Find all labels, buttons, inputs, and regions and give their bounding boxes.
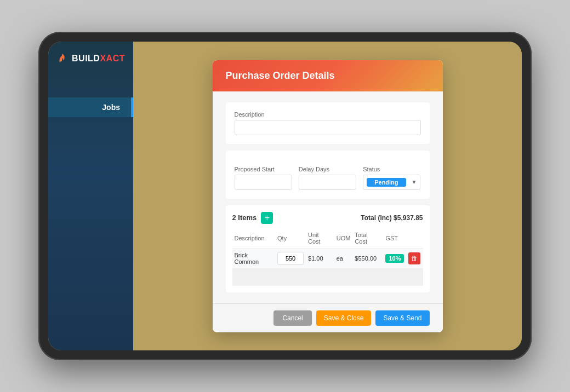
save-close-button[interactable]: Save & Close	[316, 310, 372, 326]
sidebar: BUILDXACT Jobs	[48, 42, 133, 350]
row-total-cost: $550.00	[352, 248, 383, 268]
status-group: Status Pending ▼	[363, 166, 420, 190]
row-description: Brick Common	[232, 248, 276, 268]
col-qty: Qty	[275, 229, 306, 249]
col-actions	[406, 229, 423, 249]
dates-row: Proposed Start Delay Days Status Pendin	[235, 166, 421, 190]
items-table: Description Qty Unit Cost UOM Total Cost…	[232, 229, 423, 286]
qty-input[interactable]	[277, 252, 304, 265]
sidebar-nav: Jobs	[48, 97, 133, 117]
sidebar-item-jobs[interactable]: Jobs	[48, 97, 133, 117]
table-header: Description Qty Unit Cost UOM Total Cost…	[232, 229, 423, 249]
cancel-button[interactable]: Cancel	[273, 310, 311, 326]
delay-days-input[interactable]	[299, 175, 356, 190]
tablet-frame: BUILDXACT Jobs Purchase Order Details	[38, 32, 532, 360]
dialog-header: Purchase Order Details	[213, 60, 443, 91]
empty-row	[232, 268, 423, 286]
logo-text: BUILDXACT	[72, 54, 125, 64]
table-body: Brick Common $1.00 ea $550.00	[232, 248, 423, 286]
proposed-start-group: Proposed Start	[235, 166, 292, 190]
tablet-screen: BUILDXACT Jobs Purchase Order Details	[48, 42, 522, 350]
col-unit-cost: Unit Cost	[306, 229, 334, 249]
table-header-row: Description Qty Unit Cost UOM Total Cost…	[232, 229, 423, 249]
description-input[interactable]	[235, 120, 421, 135]
dialog-footer: Cancel Save & Close Save & Send	[213, 303, 443, 332]
row-gst: 10%	[383, 248, 406, 268]
dialog-title: Purchase Order Details	[226, 70, 430, 82]
gst-badge: 10%	[385, 254, 404, 263]
delete-row-button[interactable]: 🗑	[408, 252, 420, 264]
plus-icon: +	[265, 214, 270, 222]
trash-icon: 🗑	[411, 255, 418, 262]
row-uom: ea	[334, 248, 353, 268]
items-section: 2 Items + Total (Inc) $5,937.85	[226, 205, 430, 292]
pending-badge: Pending	[367, 178, 406, 187]
buildxact-logo-icon	[56, 53, 69, 65]
items-header: 2 Items + Total (Inc) $5,937.85	[232, 212, 423, 224]
logo-area: BUILDXACT	[56, 53, 125, 65]
status-select[interactable]: Pending ▼	[363, 175, 420, 190]
col-uom: UOM	[334, 229, 353, 249]
items-count: 2 Items	[232, 214, 257, 222]
purchase-order-dialog: Purchase Order Details Description Propo…	[213, 60, 443, 332]
description-label: Description	[235, 111, 421, 118]
row-unit-cost: $1.00	[306, 248, 334, 268]
main-content: Purchase Order Details Description Propo…	[133, 42, 522, 350]
description-section: Description	[226, 102, 430, 144]
empty-row-cell	[232, 268, 423, 286]
proposed-start-label: Proposed Start	[235, 166, 292, 172]
row-qty[interactable]	[275, 248, 306, 268]
add-item-button[interactable]: +	[261, 212, 273, 224]
col-total-cost: Total Cost	[352, 229, 383, 249]
status-label: Status	[363, 166, 420, 172]
table-row: Brick Common $1.00 ea $550.00	[232, 248, 423, 268]
items-left: 2 Items +	[232, 212, 273, 224]
chevron-down-icon: ▼	[412, 179, 417, 185]
proposed-start-input[interactable]	[235, 175, 292, 190]
row-delete: 🗑	[406, 248, 423, 268]
delay-days-group: Delay Days	[299, 166, 356, 190]
delay-days-label: Delay Days	[299, 166, 356, 172]
items-total: Total (Inc) $5,937.85	[361, 214, 423, 222]
col-gst: GST	[383, 229, 406, 249]
dialog-body: Description Proposed Start Delay Days	[213, 91, 443, 303]
dates-section: Proposed Start Delay Days Status Pendin	[226, 151, 430, 199]
col-description: Description	[232, 229, 276, 249]
save-send-button[interactable]: Save & Send	[375, 310, 429, 326]
jobs-label: Jobs	[102, 103, 120, 112]
